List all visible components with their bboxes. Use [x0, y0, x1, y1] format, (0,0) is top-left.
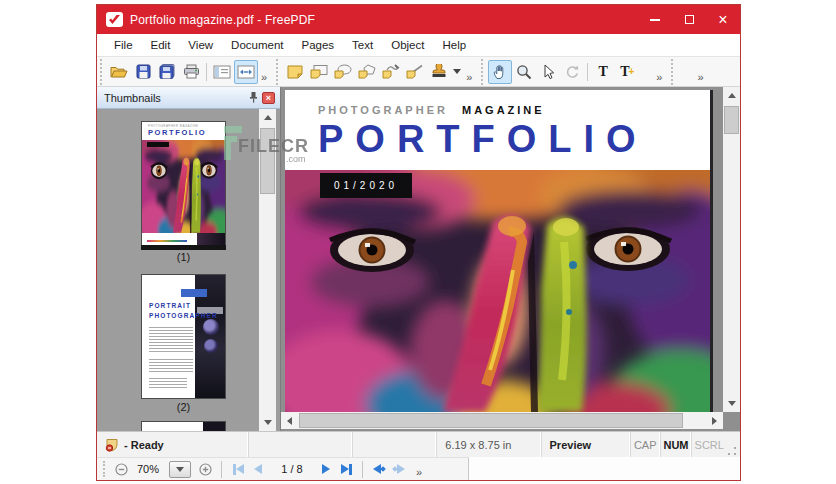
sticky-note-button[interactable]	[283, 60, 307, 84]
zoom-out-button[interactable]	[111, 460, 131, 479]
sticky-note-icon	[286, 64, 304, 79]
pdf-page-1[interactable]: PHOTOGRAPHER MAGAZINE PORTFOLIO 01/2020	[285, 90, 710, 412]
previous-page-button[interactable]	[248, 460, 268, 479]
thumbnails-panel-title: Thumbnails	[104, 92, 161, 104]
minimize-button[interactable]	[638, 5, 672, 34]
text-box-icon	[310, 64, 328, 79]
panel-close-icon: ×	[266, 93, 271, 103]
menu-help[interactable]: Help	[433, 36, 475, 54]
zoom-level-value: 70%	[131, 463, 165, 475]
app-window: Portfolio magazine.pdf - FreePDF × File …	[96, 4, 741, 481]
thumb2-shadow	[141, 398, 226, 399]
strikeout-annotation-button[interactable]	[403, 60, 427, 84]
scroll-right-icon	[712, 417, 717, 425]
hand-tool-button[interactable]	[488, 60, 512, 84]
thumb1-issue-badge	[147, 142, 169, 147]
doc-scroll-left-button[interactable]	[281, 412, 298, 429]
document-hscrollbar[interactable]	[281, 412, 723, 429]
toolbar-grip[interactable]	[103, 461, 105, 477]
pager-overflow[interactable]: »	[413, 466, 425, 478]
thumb2-title: PORTRAIT PHOTOGRAPHER	[149, 301, 218, 321]
title-bar[interactable]: Portfolio magazine.pdf - FreePDF ×	[97, 5, 740, 34]
strikeout-annotation-icon	[406, 64, 424, 79]
zoom-level-select[interactable]	[169, 461, 191, 478]
menu-document[interactable]: Document	[222, 36, 292, 54]
single-page-view-button[interactable]	[210, 60, 234, 84]
dropdown-caret-icon	[453, 69, 461, 74]
page-indicator[interactable]: 1 / 8	[268, 463, 316, 475]
close-button[interactable]: ×	[706, 5, 740, 34]
zoom-in-button[interactable]	[195, 460, 215, 479]
rotate-tool-button[interactable]	[560, 60, 584, 84]
polygon-annotation-button[interactable]	[355, 60, 379, 84]
next-page-button[interactable]	[316, 460, 336, 479]
continuous-view-icon	[237, 65, 255, 79]
continuous-view-button[interactable]	[234, 60, 258, 84]
next-view-button[interactable]	[389, 460, 409, 479]
typewriter-tool-button[interactable]: T+	[615, 60, 639, 84]
main-toolbar: »	[97, 57, 740, 87]
menu-pages[interactable]: Pages	[293, 36, 344, 54]
page-size-text: 6.19 x 8.75 in	[445, 439, 511, 451]
last-page-icon	[341, 464, 349, 474]
pencil-annotation-button[interactable]	[379, 60, 403, 84]
doc-hscrollbar-thumb[interactable]	[299, 413, 683, 428]
save-button[interactable]	[131, 60, 155, 84]
doc-scroll-up-button[interactable]	[723, 87, 740, 104]
pencil-annotation-icon	[382, 64, 400, 79]
select-tool-icon	[541, 64, 555, 80]
thumbnails-scroll-down-button[interactable]	[259, 414, 276, 431]
pin-panel-button[interactable]	[249, 89, 258, 107]
thumb2-text-lines	[149, 327, 193, 353]
status-empty-cell-2	[353, 432, 437, 457]
thumb1-cover-header: PHOTOGRAPHER MAGAZINE PORTFOLIO	[142, 122, 225, 140]
first-page-button[interactable]	[228, 460, 248, 479]
text-box-button[interactable]	[307, 60, 331, 84]
text-tool-button[interactable]: T	[591, 60, 615, 84]
comment-group-overflow[interactable]: »	[463, 71, 475, 83]
file-group-overflow[interactable]: »	[258, 71, 270, 83]
maximize-button[interactable]	[672, 5, 706, 34]
select-tool-button[interactable]	[536, 60, 560, 84]
scroll-up-icon	[728, 93, 736, 98]
navigation-group-overflow[interactable]: »	[653, 71, 665, 83]
status-page-size-cell: 6.19 x 8.75 in	[437, 432, 541, 457]
thumbnails-scrollbar-thumb[interactable]	[260, 128, 275, 194]
extra-group-overflow[interactable]: »	[694, 71, 706, 83]
stamp-dropdown-button[interactable]	[451, 60, 463, 84]
oval-annotation-button[interactable]	[331, 60, 355, 84]
last-page-button[interactable]	[336, 460, 356, 479]
stamp-icon	[431, 64, 447, 79]
thumb1-photo	[142, 140, 225, 233]
zoom-tool-button[interactable]	[512, 60, 536, 84]
status-empty-cell-1	[249, 432, 353, 457]
save-icon	[136, 64, 151, 79]
menu-view[interactable]: View	[179, 36, 222, 54]
doc-vscrollbar-thumb[interactable]	[724, 106, 739, 134]
menu-file[interactable]: File	[105, 36, 142, 54]
doc-scroll-down-button[interactable]	[723, 395, 740, 412]
save-as-button[interactable]	[155, 60, 179, 84]
freepdf-logo-icon	[106, 12, 123, 27]
open-button[interactable]	[107, 60, 131, 84]
stamp-button[interactable]	[427, 60, 451, 84]
num-lock-indicator: NUM	[661, 432, 693, 457]
menu-edit[interactable]: Edit	[142, 36, 180, 54]
document-vscrollbar[interactable]	[723, 87, 740, 412]
thumbnail-page-3[interactable]	[141, 421, 226, 431]
thumbnail-1-label[interactable]: (1)	[97, 251, 270, 263]
previous-view-button[interactable]	[369, 460, 389, 479]
document-area[interactable]: PHOTOGRAPHER MAGAZINE PORTFOLIO 01/2020	[281, 87, 740, 431]
doc-scroll-right-button[interactable]	[706, 412, 723, 429]
menu-object[interactable]: Object	[382, 36, 433, 54]
resize-grip[interactable]	[726, 445, 738, 457]
thumbnail-page-1[interactable]: PHOTOGRAPHER MAGAZINE PORTFOLIO	[141, 121, 226, 246]
thumbnails-scrollbar[interactable]	[259, 109, 276, 431]
print-button[interactable]	[179, 60, 203, 84]
close-panel-button[interactable]: ×	[262, 92, 275, 104]
menu-text[interactable]: Text	[343, 36, 382, 54]
thumbnail-2-label[interactable]: (2)	[97, 401, 270, 413]
scroll-lock-indicator: SCRL	[692, 432, 726, 457]
thumbnail-page-2[interactable]: PORTRAIT PHOTOGRAPHER	[141, 274, 226, 399]
thumbnails-scroll-up-button[interactable]	[259, 109, 276, 126]
